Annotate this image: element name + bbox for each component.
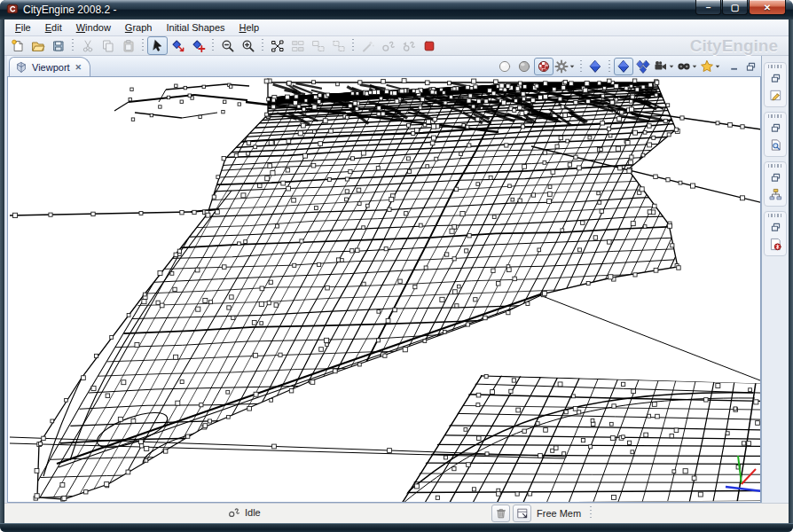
camera-menu-button[interactable] (653, 58, 676, 75)
generate-models-button (378, 36, 398, 55)
move-node-tool-button[interactable] (168, 36, 188, 55)
inspector-fastview-button[interactable] (766, 137, 784, 153)
subdivide-lots-button (328, 36, 349, 55)
window-close-button[interactable]: ✕ (749, 0, 786, 15)
window-controls: –▢✕ (695, 0, 786, 15)
fast-view-group (764, 161, 787, 207)
menu-window[interactable]: Window (69, 20, 118, 35)
tab-close-icon[interactable]: ✕ (75, 63, 83, 72)
edit-graph-button[interactable] (267, 36, 287, 55)
look-through-menu-button[interactable] (676, 58, 699, 75)
restore-log-view-button[interactable] (766, 219, 784, 236)
paste-button (118, 36, 138, 55)
restore-editor-view-button[interactable] (766, 70, 784, 87)
window-minimize-button[interactable]: – (695, 0, 721, 15)
editor-area: Viewport ✕ (4, 56, 761, 503)
view-settings-menu-button[interactable] (554, 58, 577, 75)
tab-viewport[interactable]: Viewport ✕ (9, 57, 90, 76)
scene-fastview-button[interactable] (766, 186, 784, 203)
client-area: FileEditWindowGraphInitial ShapesHelp Ci… (4, 20, 789, 523)
view-minmax-controls (727, 60, 758, 74)
stop-generation-button[interactable] (419, 36, 439, 55)
problems-fastview-button[interactable] (766, 236, 784, 253)
assign-rule-button (357, 36, 378, 55)
toolbar-separator (351, 39, 354, 52)
regenerate-models-button (398, 36, 419, 55)
toolbar-separator (261, 39, 263, 52)
viewport-tab-label: Viewport (32, 62, 70, 73)
workbench: Viewport ✕ (4, 56, 789, 503)
restore-inspector-view-button[interactable] (766, 120, 784, 137)
restore-scene-view-button[interactable] (766, 169, 784, 186)
window-frame-bottom (0, 523, 793, 532)
menu-file[interactable]: File (8, 20, 38, 35)
window-frame-right (789, 20, 793, 523)
main-toolbar: CityEngine (4, 36, 789, 56)
cityengine-watermark: CityEngine (690, 36, 778, 56)
title-bar[interactable]: CityEngine 2008.2 - –▢✕ (0, 0, 793, 20)
select-tool-button[interactable] (147, 36, 168, 55)
show-all-models-button[interactable] (633, 58, 653, 75)
application-window: CityEngine 2008.2 - –▢✕ FileEditWindowGr… (0, 0, 793, 532)
heap-details-button[interactable] (513, 505, 531, 522)
menu-help[interactable]: Help (232, 20, 267, 35)
job-status-label: Idle (245, 507, 261, 518)
run-garbage-collector-button[interactable] (491, 505, 510, 522)
cleanup-graph-button (287, 36, 308, 55)
menu-edit[interactable]: Edit (38, 20, 69, 35)
viewport-cube-icon (15, 61, 27, 74)
save-button[interactable] (48, 36, 68, 55)
minimize-view-button[interactable] (727, 60, 742, 74)
window-title: CityEngine 2008.2 - (23, 4, 116, 16)
viewport-tab-strip: Viewport ✕ (7, 56, 761, 77)
heap-status: Free Mem (491, 505, 592, 522)
drag-handle[interactable] (768, 114, 782, 118)
menu-bar: FileEditWindowGraphInitial ShapesHelp (4, 20, 789, 36)
zoom-in-button[interactable] (238, 36, 258, 55)
shaded-mode-button[interactable] (514, 58, 534, 75)
open-button[interactable] (27, 36, 48, 55)
drag-handle[interactable] (768, 164, 782, 168)
toolbar-separator (71, 39, 74, 52)
new-scene-button[interactable] (7, 36, 27, 55)
wireframe-mode-button[interactable] (495, 58, 514, 75)
drag-handle[interactable] (768, 65, 782, 68)
copy-button (98, 36, 118, 55)
toolbar-separator (141, 39, 144, 52)
maximize-view-button[interactable] (743, 60, 758, 74)
window-frame: CityEngine 2008.2 - –▢✕ FileEditWindowGr… (0, 0, 793, 532)
generation-status-icon (228, 506, 240, 519)
fast-view-group (764, 62, 787, 107)
add-graph-tool-button[interactable] (188, 36, 208, 55)
toolbar-separator (211, 39, 214, 52)
bookmarks-menu-button[interactable] (699, 58, 722, 75)
app-logo-icon (6, 3, 20, 17)
fast-view-sidebar (761, 56, 789, 503)
show-models-button[interactable] (614, 58, 633, 75)
status-separator (589, 506, 592, 520)
status-bar: Idle Free Mem (4, 503, 789, 523)
drag-handle[interactable] (768, 214, 782, 217)
menu-graph[interactable]: Graph (118, 20, 160, 35)
cga-editor-fastview-button[interactable] (766, 87, 784, 104)
toolbar-separator (608, 60, 610, 74)
fast-view-group (764, 211, 787, 256)
job-status: Idle (228, 506, 261, 519)
viewport-canvas[interactable] (8, 77, 760, 502)
viewport-toolbar (495, 58, 758, 75)
frame-selection-button[interactable] (585, 58, 605, 75)
zoom-out-button[interactable] (217, 36, 238, 55)
subdivide-blocks-button (308, 36, 328, 55)
toolbar-separator (579, 60, 582, 74)
heap-status-label: Free Mem (537, 508, 581, 519)
viewport (7, 77, 761, 503)
fast-view-group (764, 112, 787, 157)
cut-button (77, 36, 98, 55)
window-maximize-button[interactable]: ▢ (722, 0, 748, 15)
textured-mode-button[interactable] (534, 58, 554, 75)
menu-initial-shapes[interactable]: Initial Shapes (159, 20, 232, 35)
